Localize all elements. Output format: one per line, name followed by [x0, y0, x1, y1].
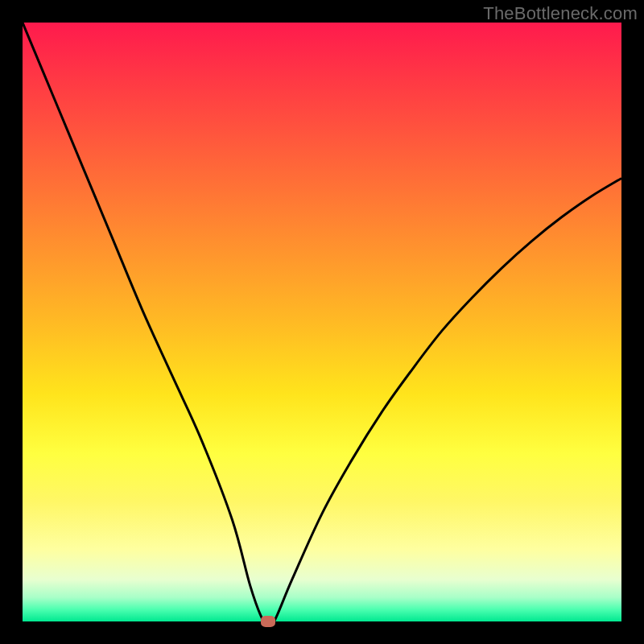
optimal-marker [261, 616, 275, 627]
curve-svg [23, 23, 621, 621]
plot-area [23, 23, 621, 621]
outer-frame: TheBottleneck.com [0, 0, 644, 644]
bottleneck-curve-path [23, 23, 621, 621]
watermark-text: TheBottleneck.com [483, 3, 638, 24]
